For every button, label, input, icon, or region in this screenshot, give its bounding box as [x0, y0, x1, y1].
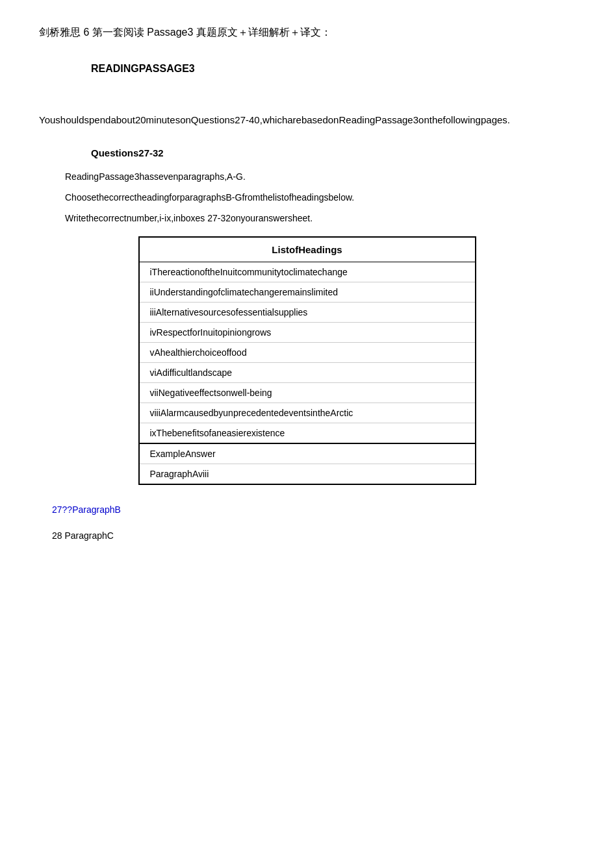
question-28-label: 28 ParagraphC	[52, 530, 114, 541]
heading-row-9: ixThebenefitsofaneasierexistence	[139, 423, 476, 444]
heading-row-6: viAdifficultlandscape	[139, 363, 476, 383]
reading-passage-title: READINGPASSAGE3	[91, 63, 575, 75]
heading-row-3: iiiAlternativesourcesofessentialsupplies	[139, 303, 476, 323]
question-27: 27??ParagraphB	[52, 504, 575, 515]
example-label: ExampleAnswer	[139, 443, 476, 464]
sub-instruction-2: ChoosethecorrectheadingforparagraphsB-Gf…	[65, 192, 575, 203]
instruction-block: Youshouldspendabout20minutesonQuestions2…	[39, 112, 575, 128]
heading-row-1: iThereactionoftheInuitcommunitytoclimate…	[139, 262, 476, 282]
heading-cell-4: ivRespectforInuitopiniongrows	[139, 323, 476, 343]
heading-row-4: ivRespectforInuitopiniongrows	[139, 323, 476, 343]
headings-table: ListofHeadings iThereactionoftheInuitcom…	[138, 236, 476, 485]
heading-row-5: vAhealthierchoiceoffood	[139, 343, 476, 363]
passage-title-text: READINGPASSAGE3	[91, 63, 195, 74]
question-28: 28 ParagraphC	[52, 530, 575, 541]
headings-table-title-row: ListofHeadings	[139, 237, 476, 262]
page-header: 剑桥雅思 6 第一套阅读 Passage3 真题原文＋详细解析＋译文：	[39, 26, 575, 40]
questions-heading-label: Questions27-32	[91, 147, 164, 158]
heading-cell-2: iiUnderstandingofclimatechangeremainslim…	[139, 282, 476, 303]
heading-row-7: viiNegativeeffectsonwell-being	[139, 383, 476, 403]
header-title: 剑桥雅思 6 第一套阅读 Passage3 真题原文＋详细解析＋译文：	[39, 26, 575, 40]
sub-instruction-3: Writethecorrectnumber,i-ix,inboxes 27-32…	[65, 213, 575, 223]
heading-row-8: viiiAlarmcausedbyunprecedentedeventsinth…	[139, 403, 476, 423]
heading-cell-8: viiiAlarmcausedbyunprecedentedeventsinth…	[139, 403, 476, 423]
example-row-1: ExampleAnswer	[139, 443, 476, 464]
instruction-text: Youshouldspendabout20minutesonQuestions2…	[39, 114, 510, 125]
heading-cell-6: viAdifficultlandscape	[139, 363, 476, 383]
heading-cell-9: ixThebenefitsofaneasierexistence	[139, 423, 476, 444]
sub-instruction-1: ReadingPassage3hassevenparagraphs,A-G.	[65, 171, 575, 182]
questions-heading: Questions27-32	[91, 147, 575, 158]
example-row-2: ParagraphAviii	[139, 464, 476, 485]
heading-cell-7: viiNegativeeffectsonwell-being	[139, 383, 476, 403]
question-27-label: 27??ParagraphB	[52, 504, 121, 515]
headings-table-title: ListofHeadings	[139, 237, 476, 262]
heading-row-2: iiUnderstandingofclimatechangeremainslim…	[139, 282, 476, 303]
heading-cell-3: iiiAlternativesourcesofessentialsupplies	[139, 303, 476, 323]
heading-cell-5: vAhealthierchoiceoffood	[139, 343, 476, 363]
example-answer: ParagraphAviii	[139, 464, 476, 485]
heading-cell-1: iThereactionoftheInuitcommunitytoclimate…	[139, 262, 476, 282]
